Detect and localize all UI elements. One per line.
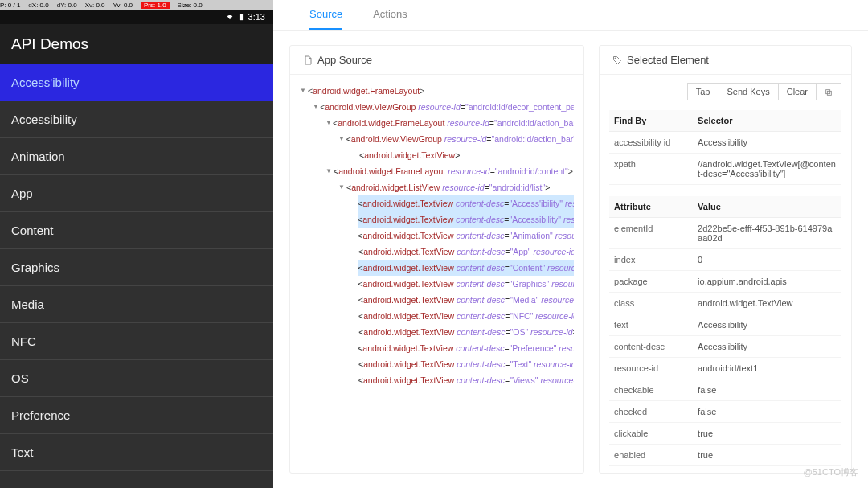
list-item[interactable]: OS xyxy=(0,360,273,397)
clear-button[interactable]: Clear xyxy=(779,83,817,100)
list-item[interactable]: Accessibility xyxy=(0,101,273,138)
svg-rect-1 xyxy=(827,91,831,95)
tree-toggle[interactable]: ▼ xyxy=(338,179,346,195)
table-row: resource-idandroid:id/text1 xyxy=(609,358,841,379)
tree-node[interactable]: <android.widget.TextView content-desc="A… xyxy=(300,244,574,260)
tree-toggle[interactable]: ▼ xyxy=(326,163,334,179)
findby-table: Find By Selector accessibility idAccess'… xyxy=(609,110,841,185)
tree-node[interactable]: <android.widget.TextView> xyxy=(300,147,574,163)
tree-node[interactable]: <android.widget.TextView content-desc="G… xyxy=(300,276,574,292)
copy-icon xyxy=(825,88,833,96)
tree-node[interactable]: <android.widget.TextView content-desc="A… xyxy=(300,195,574,211)
app-source-panel: App Source ▼<android.widget.FrameLayout>… xyxy=(289,45,584,474)
tree-node[interactable]: ▼<android.widget.FrameLayout resource-id… xyxy=(300,163,574,179)
tab-source[interactable]: Source xyxy=(309,8,342,30)
list-item[interactable]: Graphics xyxy=(0,249,273,286)
panel-title: Selected Element xyxy=(627,54,709,66)
tree-node[interactable]: <android.widget.TextView content-desc="P… xyxy=(300,340,574,356)
tree-node[interactable]: <android.widget.TextView content-desc="A… xyxy=(300,211,574,228)
selected-element-panel: Selected Element Tap Send Keys Clear Fin… xyxy=(599,45,852,474)
list-item[interactable]: Animation xyxy=(0,138,273,175)
list-item[interactable]: Content xyxy=(0,212,273,249)
tree-node[interactable]: <android.widget.TextView content-desc="O… xyxy=(300,324,574,340)
tree-node[interactable]: ▼<android.widget.FrameLayout resource-id… xyxy=(300,115,574,131)
device-screen: P: 0 / 1 dX: 0.0 dY: 0.0 Xv: 0.0 Yv: 0.0… xyxy=(0,0,273,488)
tree-toggle[interactable]: ▼ xyxy=(326,115,333,131)
tap-button[interactable]: Tap xyxy=(687,83,719,100)
list-item[interactable]: Preference xyxy=(0,397,273,434)
list-item[interactable]: NFC xyxy=(0,323,273,360)
list-item[interactable]: Access'ibility xyxy=(0,64,273,101)
attributes-table: Attribute Value elementId2d22be5e-efff-4… xyxy=(609,196,841,473)
device-list: Access'ibilityAccessibilityAnimationAppC… xyxy=(0,64,273,488)
panel-title: App Source xyxy=(317,54,372,66)
table-row: clickabletrue xyxy=(609,423,841,445)
table-row: elementId2d22be5e-efff-4f53-891b-614979a… xyxy=(609,218,841,249)
inspector: Source Actions App Source ▼<android.widg… xyxy=(273,0,868,488)
table-row: packageio.appium.android.apis xyxy=(609,271,841,293)
tree-node[interactable]: ▼<android.view.ViewGroup resource-id="an… xyxy=(300,99,574,115)
battery-icon xyxy=(237,13,245,21)
tree-node[interactable]: ▼<android.widget.FrameLayout> xyxy=(300,83,574,99)
tree-node[interactable]: <android.widget.TextView content-desc="V… xyxy=(300,372,574,388)
clock: 3:13 xyxy=(248,12,265,22)
table-row: checkedfalse xyxy=(609,401,841,423)
selector-header: Selector xyxy=(693,110,841,132)
findby-header: Find By xyxy=(609,110,693,132)
table-row: content-descAccess'ibility xyxy=(609,336,841,358)
attribute-header: Attribute xyxy=(609,196,693,218)
file-icon xyxy=(303,55,313,65)
list-item[interactable]: App xyxy=(0,175,273,212)
list-item[interactable]: Text xyxy=(0,434,273,471)
tab-actions[interactable]: Actions xyxy=(373,8,407,30)
svg-rect-2 xyxy=(826,90,830,94)
watermark: @51CTO博客 xyxy=(804,466,858,478)
table-row: accessibility idAccess'ibility xyxy=(609,132,841,154)
table-row: index0 xyxy=(609,249,841,271)
tree-node[interactable]: <android.widget.TextView content-desc="T… xyxy=(300,356,574,372)
tree-node[interactable]: ▼<android.view.ViewGroup resource-id="an… xyxy=(300,131,574,147)
tree-toggle[interactable]: ▼ xyxy=(313,99,320,115)
tree-node[interactable]: <android.widget.TextView content-desc="A… xyxy=(300,228,574,244)
table-row: xpath//android.widget.TextView[@content-… xyxy=(609,154,841,185)
tree-node[interactable]: ▼<android.widget.ListView resource-id="a… xyxy=(300,179,574,195)
table-row: checkablefalse xyxy=(609,379,841,401)
table-row: classandroid.widget.TextView xyxy=(609,293,841,314)
tree-toggle[interactable]: ▼ xyxy=(338,131,346,147)
wifi-icon xyxy=(226,13,234,21)
action-buttons: Tap Send Keys Clear xyxy=(609,83,841,100)
tree-node[interactable]: <android.widget.TextView content-desc="C… xyxy=(300,260,574,276)
tree-node[interactable]: <android.widget.TextView content-desc="M… xyxy=(300,292,574,308)
value-header: Value xyxy=(693,196,841,218)
list-item[interactable]: Media xyxy=(0,286,273,323)
table-row: enabledtrue xyxy=(609,445,841,466)
inspector-tabs: Source Actions xyxy=(273,0,868,31)
tree-node[interactable]: <android.widget.TextView content-desc="N… xyxy=(300,308,574,324)
app-title: API Demos xyxy=(0,24,273,64)
copy-button[interactable] xyxy=(817,83,841,100)
send-keys-button[interactable]: Send Keys xyxy=(719,83,779,100)
pointer-debug-bar: P: 0 / 1 dX: 0.0 dY: 0.0 Xv: 0.0 Yv: 0.0… xyxy=(0,0,273,10)
xml-tree: ▼<android.widget.FrameLayout>▼<android.v… xyxy=(300,83,574,388)
svg-point-0 xyxy=(615,58,616,59)
tag-icon xyxy=(612,55,622,65)
table-row: textAccess'ibility xyxy=(609,314,841,336)
status-bar: 3:13 xyxy=(0,10,273,24)
tree-toggle[interactable]: ▼ xyxy=(300,83,308,99)
